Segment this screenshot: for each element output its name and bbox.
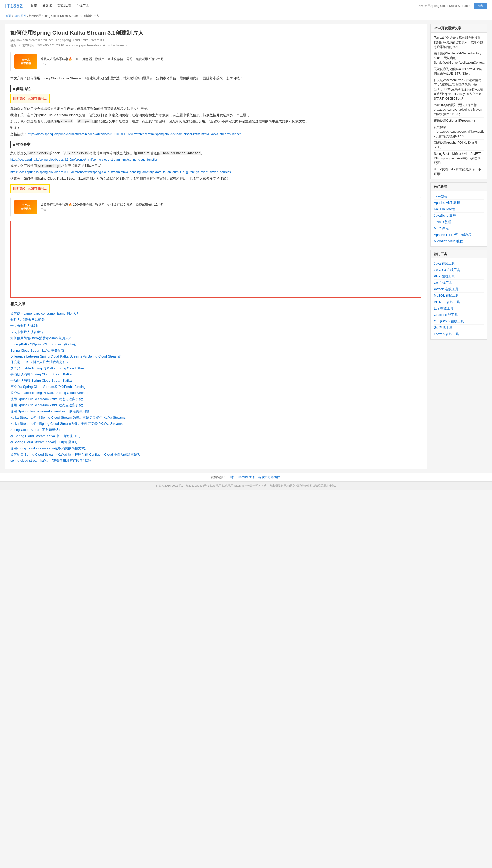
list-item: 使用 Spring-cloud-stream-kafka-stream 的活页夹… — [10, 408, 421, 414]
related-list: 如何使用camel-avro-consumer &amp;制片人? 制片人/消费… — [10, 311, 421, 464]
footer-link-browser[interactable]: 谷歌浏览器插件 — [258, 475, 280, 479]
list-item: 使用 Spring Cloud Stream kafka 动态更改实例化; — [10, 402, 421, 408]
list-item: 手动删认消息:Spring Cloud Stream Kafka; — [10, 378, 421, 384]
answer-link-1[interactable]: https://docs.spring.io/spring-cloud/docs… — [10, 158, 158, 162]
sidebar-news-title: Java开发最新文章 — [431, 24, 487, 32]
doc-link[interactable]: https://docs.spring.io/spring-cloud-stre… — [28, 132, 241, 136]
news-item: Tomcat 404错误：原始服务器没有找到目标资源的当前表示，或者不愿意透露该… — [434, 35, 484, 50]
list-item: 手动删认消息:Spring Cloud Stream Kafka; — [10, 371, 421, 378]
search-button[interactable]: 搜索 — [473, 3, 487, 9]
tool-item: MySQL 在线工具 — [434, 293, 484, 299]
sidebar-news-box: Java开发最新文章 Tomcat 404错误：原始服务器没有找到目标资源的当前… — [430, 24, 487, 179]
site-logo[interactable]: IT1352 — [5, 3, 23, 9]
list-item: 使用 Spring Cloud Stream kafka 动态更改实例化; — [10, 396, 421, 402]
news-item: 正确使用Optional.ifPresent（）; — [434, 118, 484, 124]
news-item: 阅读使用Apache POI XLSX文件时？; — [434, 140, 484, 151]
news-item: SpringBoot - 制作jar文件 - 在META-INF / sprin… — [434, 151, 484, 166]
list-item: Spring Cloud Stream 不创建默认; — [10, 427, 421, 433]
sidebar-tutorials-content: Java教程 Apache ANT 教程 Kali Linux教程 JavaSc… — [431, 191, 487, 246]
related-section: 相关文章 如何使用camel-avro-consumer &amp;制片人? 制… — [10, 302, 421, 464]
ad-banner-1[interactable]: 云产品春季特惠 爆款云产品春季特惠🔥 100+云服务器、数据库、企业级存储 0 … — [10, 52, 421, 71]
tool-item: C++(GCC) 在线工具 — [434, 318, 484, 325]
article-body: 本文介绍了如何使用Spring Cloud Kafka Stream 3.1创建… — [10, 75, 421, 197]
list-item: 卡夫卡制片人规则; — [10, 323, 421, 329]
sidebar-tools-content: Java 在线工具 C(GCC) 在线工具 PHP 在线工具 C# 在线工具 P… — [431, 259, 487, 339]
search-area: 搜索 — [416, 3, 487, 9]
footer-links: 友情链接： IT家 Chrome插件 谷歌浏览器插件 — [0, 473, 492, 481]
article-meta: 答案：0 发布时间：2022/9/24 20:20:10 java spring… — [10, 43, 421, 48]
tutorial-item: Apache HTTP客户端教程 — [434, 232, 484, 238]
content-area: 如何使用Spring Cloud Kafka Stream 3.1创建制片人 [… — [5, 24, 426, 469]
list-item: Spring-Kafka与Spring-Cloud-Stream(Kafka); — [10, 341, 421, 347]
tutorial-item: Java教程 — [434, 193, 484, 200]
tutorial-item: MFC 教程 — [434, 225, 484, 232]
ad-text-1: 爆款云产品春季特惠🔥 100+云服务器、数据库、企业级存储 0 元抢，免费试用长… — [41, 57, 417, 66]
ad-image-1: 云产品春季特惠 — [15, 54, 38, 69]
ad-image-2: 云产品春季特惠 — [15, 200, 38, 214]
search-input[interactable] — [416, 3, 472, 9]
news-item: HTTP状态404 - 请求的资源（/）不可用; — [434, 166, 484, 177]
tool-item: Fortran 在线工具 — [434, 331, 484, 337]
section2-heading: ■ 推荐答案 — [10, 141, 421, 148]
tool-item: Go 在线工具 — [434, 325, 484, 331]
article-title: 如何使用Spring Cloud Kafka Stream 3.1创建制片人 — [10, 29, 421, 37]
tool-item: Python 在线工具 — [434, 286, 484, 293]
main-container: 如何使用Spring Cloud Kafka Stream 3.1创建制片人 [… — [0, 20, 492, 473]
tool-item: Oracle 在线工具 — [434, 312, 484, 318]
tool-item: Java 在线工具 — [434, 261, 484, 267]
ad-text-2: 爆款云产品春季特惠🔥 100+云服务器、数据库、企业级存储 0 元抢，免费试用长… — [41, 202, 417, 212]
news-item: Maven构建错误 - 无法执行目标org.apache.maven.plugi… — [434, 102, 484, 118]
chatgpt-link-2[interactable]: 限时送ChatGPT账号... — [10, 184, 50, 193]
list-item: Kafka Streams:使用Spring Cloud Stream为每组主题… — [10, 421, 421, 427]
chatgpt-link-1[interactable]: 限时送ChatGPT账号... — [10, 94, 50, 103]
nav-qa[interactable]: 问答库 — [42, 4, 52, 8]
sidebar-news-content: Tomcat 404错误：原始服务器没有找到目标资源的当前表示，或者不愿意透露该… — [431, 32, 487, 179]
tool-item: Lua 在线工具 — [434, 306, 484, 312]
nav-home[interactable]: 首页 — [30, 4, 37, 8]
list-item: 卡夫卡制片人技在发送; — [10, 329, 421, 335]
breadcrumb-home[interactable]: 首页 — [5, 14, 11, 18]
tool-item: PHP 在线工具 — [434, 273, 484, 280]
tool-item: C(GCC) 在线工具 — [434, 267, 484, 273]
list-item: 使用spring cloud stream kafka读取消费的简捷方式; — [10, 445, 421, 452]
news-item: 什么是AssertionError？在这种情况下，我应该从我自己的代码中抛出？；… — [434, 77, 484, 102]
sidebar: Java开发最新文章 Tomcat 404错误：原始服务器没有找到目标资源的当前… — [430, 24, 487, 469]
footer-link-it[interactable]: IT家 — [228, 475, 235, 479]
list-item: 如何使用camel-avro-consumer &amp;制片人? — [10, 311, 421, 317]
nav-tutorials[interactable]: 菜鸟教程 — [57, 4, 71, 8]
list-item: Spring Cloud Stream kafka 事务配置; — [10, 347, 421, 354]
footer-link-chrome[interactable]: Chrome插件 — [238, 475, 255, 479]
tool-item: C# 在线工具 — [434, 280, 484, 286]
list-item: 多个@EnableBinding 与 Kafka Spring Cloud St… — [10, 365, 421, 371]
list-item: 在Spring Cloud Stream Kafka中正确管理DLQ; — [10, 439, 421, 445]
list-item: 如何配置 Spring Cloud Stream (Kafka) 应用程序以在 … — [10, 452, 421, 458]
footer-copyright: IT家 ©2016-2022 皖CP备2021000895号-1 站点地图 站点… — [0, 481, 492, 490]
breadcrumb-category[interactable]: Java开发 — [14, 14, 26, 18]
article-intro: 本文介绍了如何使用Spring Cloud Kafka Stream 3.1创建… — [10, 75, 421, 81]
ad-empty-area — [10, 221, 421, 298]
section1-heading: ■ 问题描述 — [10, 86, 421, 92]
list-item: Difference between Spring Cloud Kafka St… — [10, 354, 421, 359]
list-item: 在 Spring Cloud Stream Kafka 中正确管理 DLQ; — [10, 433, 421, 439]
list-item: 与Kafka Spring Cloud Stream多个@EnableBindi… — [10, 384, 421, 390]
tutorial-item: Kali Linux教程 — [434, 206, 484, 213]
list-item: spring cloud stream kafka："消费者组没有订阅者" 错误… — [10, 458, 421, 464]
list-item: 什么是PECS（制片人扩大消费者超）？; — [10, 359, 421, 365]
tool-item: VB.NET 在线工具 — [434, 299, 484, 306]
site-header: IT1352 首页 问答库 菜鸟教程 在线工具 搜索 — [0, 0, 492, 12]
sidebar-tutorials-box: 热门教程 Java教程 Apache ANT 教程 Kali Linux教程 J… — [430, 183, 487, 247]
breadcrumb: 首页 / Java开发 / 如何使用Spring Cloud Kafka Str… — [0, 12, 492, 20]
news-item: 由于缺少ServletWebServerFactory bean，无法启动Ser… — [434, 50, 484, 66]
main-nav: 首页 问答库 菜鸟教程 在线工具 — [30, 4, 411, 8]
tutorial-item: Microsoft Visio 教程 — [434, 238, 484, 244]
nav-tools[interactable]: 在线工具 — [76, 4, 89, 8]
sidebar-tools-title: 热门工具 — [431, 250, 487, 259]
ad-banner-2[interactable]: 云产品春季特惠 爆款云产品春季特惠🔥 100+云服务器、数据库、企业级存储 0 … — [10, 197, 421, 217]
list-item: 多个@EnableBinding 与 Kafka Spring Cloud St… — [10, 390, 421, 396]
news-item: 无法反序列化的java.util.ArrayList实例出来VALUE_STRI… — [434, 66, 484, 77]
answer-link-2[interactable]: https://docs.spring.io/spring-cloud/docs… — [10, 170, 231, 174]
news-item: 获取异常（org.apache.poi.openxml4j.exception … — [434, 124, 484, 140]
list-item: 制片人/消费者网站部分; — [10, 317, 421, 323]
breadcrumb-current: 如何使用Spring Cloud Kafka Stream 3.1创建制片人 — [29, 14, 99, 18]
sidebar-tools-box: 热门工具 Java 在线工具 C(GCC) 在线工具 PHP 在线工具 C# 在… — [430, 250, 487, 340]
